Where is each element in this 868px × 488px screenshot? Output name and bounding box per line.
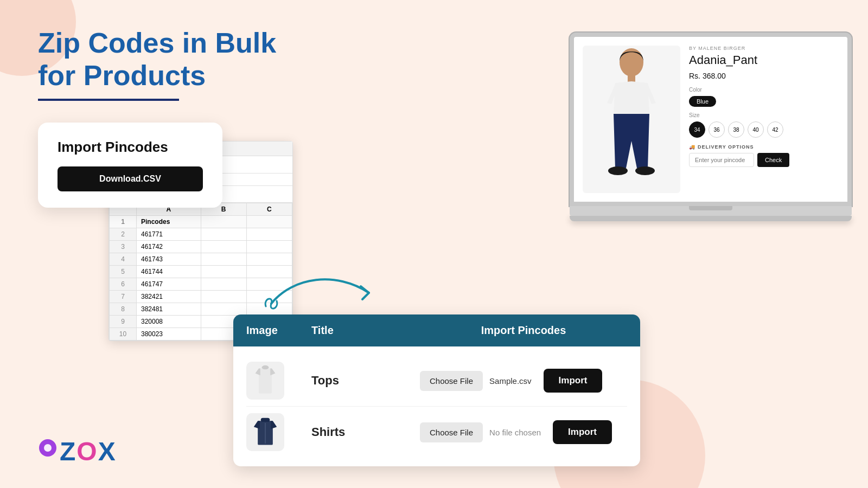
product-image-area <box>583 46 680 193</box>
col-c: C <box>246 203 292 216</box>
tops-image <box>246 362 284 400</box>
shirts-choose-file-button[interactable]: Choose File <box>420 422 483 442</box>
shirts-file-section: Choose File No file chosen Import <box>420 420 627 444</box>
import-pincodes-card: Import Pincodes Download.CSV <box>38 123 222 208</box>
svg-point-5 <box>620 48 643 76</box>
headline-underline <box>38 99 179 101</box>
tops-file-name: Sample.csv <box>489 376 532 386</box>
tops-import-button[interactable]: Import <box>544 369 603 393</box>
size-42[interactable]: 42 <box>767 121 783 138</box>
headline-line1: Zip Codes in Bulk <box>38 27 276 59</box>
excel-data-row: 3 461742 <box>110 241 292 253</box>
pincode-input[interactable] <box>689 153 754 167</box>
size-34[interactable]: 34 <box>689 121 705 138</box>
color-selected[interactable]: Blue <box>689 96 716 107</box>
check-button[interactable]: Check <box>757 153 789 167</box>
svg-rect-1 <box>262 365 269 369</box>
headline: Zip Codes in Bulk for Products <box>38 27 363 92</box>
table-row: Tops Choose File Sample.csv Import <box>246 355 627 407</box>
excel-data-row: 4 461743 <box>110 253 292 266</box>
size-38[interactable]: 38 <box>728 121 744 138</box>
svg-point-8 <box>635 166 655 175</box>
size-options: 34 36 38 40 42 <box>689 121 839 138</box>
zox-pin-icon <box>38 438 58 465</box>
laptop-screen-content: BY MALENE BIRGER Adania_Pant Rs. 368.00 … <box>574 37 847 202</box>
color-label: Color <box>689 87 839 93</box>
excel-data-row: 2 461771 <box>110 228 292 241</box>
brand-name: BY MALENE BIRGER <box>689 46 839 51</box>
excel-pincodes-header: Pincodes <box>137 216 201 228</box>
laptop-base <box>570 206 852 216</box>
svg-rect-4 <box>261 418 270 422</box>
zox-x: X <box>98 436 114 466</box>
tops-title: Tops <box>311 374 420 388</box>
product-name: Adania_Pant <box>689 53 839 67</box>
product-details: BY MALENE BIRGER Adania_Pant Rs. 368.00 … <box>689 46 839 193</box>
import-pincodes-table: Image Title Import Pincodes Tops Choose … <box>233 314 640 466</box>
left-section: Zip Codes in Bulk for Products Import Pi… <box>38 27 363 208</box>
laptop-screen: BY MALENE BIRGER Adania_Pant Rs. 368.00 … <box>570 33 852 206</box>
zox-logo: Z O X <box>38 436 114 466</box>
table-body: Tops Choose File Sample.csv Import Shirt… <box>233 346 640 466</box>
size-40[interactable]: 40 <box>748 121 764 138</box>
table-header: Image Title Import Pincodes <box>233 314 640 346</box>
svg-point-7 <box>608 166 628 175</box>
shirts-file-name: No file chosen <box>489 428 541 437</box>
tops-choose-file-button[interactable]: Choose File <box>420 371 483 391</box>
shirts-image <box>246 413 284 451</box>
excel-header-row: 1 Pincodes <box>110 216 292 228</box>
table-row: Shirts Choose File No file chosen Import <box>246 407 627 458</box>
svg-point-10 <box>44 444 52 452</box>
col-header-import: Import Pincodes <box>420 324 627 337</box>
zox-o: O <box>76 436 95 466</box>
delivery-label: 🚚 DELIVERY OPTIONS <box>689 144 839 150</box>
arrow-container <box>260 266 380 322</box>
svg-rect-0 <box>259 368 272 393</box>
col-header-image: Image <box>246 324 311 337</box>
truck-icon: 🚚 <box>689 144 695 150</box>
import-card-title: Import Pincodes <box>58 139 203 156</box>
download-csv-button[interactable]: Download.CSV <box>58 166 203 191</box>
col-header-title: Title <box>311 324 420 337</box>
laptop-mockup: BY MALENE BIRGER Adania_Pant Rs. 368.00 … <box>570 33 852 221</box>
size-36[interactable]: 36 <box>709 121 725 138</box>
pincode-row: Check <box>689 153 839 167</box>
zox-z: Z <box>60 436 74 466</box>
product-price: Rs. 368.00 <box>689 72 839 80</box>
shirts-title: Shirts <box>311 425 420 439</box>
tops-file-section: Choose File Sample.csv Import <box>420 369 627 393</box>
headline-line2: for Products <box>38 60 206 91</box>
laptop-bottom <box>570 216 852 221</box>
person-figure <box>591 46 672 193</box>
arrow-icon <box>260 266 380 320</box>
shirts-import-button[interactable]: Import <box>553 420 612 444</box>
size-label: Size <box>689 112 839 118</box>
